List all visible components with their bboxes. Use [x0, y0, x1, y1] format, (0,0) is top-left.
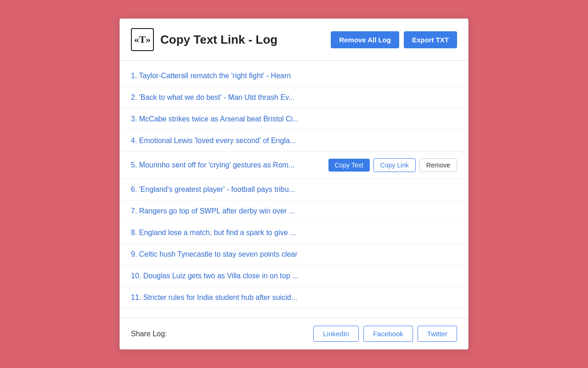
- list-item-text: 9. Celtic hush Tynecastle to stay seven …: [131, 250, 457, 259]
- copy-text-button[interactable]: Copy Text: [328, 159, 370, 172]
- list-item-text: 1. Taylor-Catterall rematch the 'right f…: [131, 72, 457, 80]
- twitter-button[interactable]: Twitter: [418, 326, 457, 342]
- list-item[interactable]: 11. Stricter rules for India student hub…: [120, 287, 468, 309]
- list-item-text: 4. Emotional Lewis 'loved every second' …: [131, 137, 457, 145]
- app-logo: «T»: [131, 28, 154, 51]
- list-item-text: 2. 'Back to what we do best' - Man Utd t…: [131, 93, 457, 102]
- modal-container: «T» Copy Text Link - Log Remove All Log …: [119, 18, 469, 350]
- list-item[interactable]: 2. 'Back to what we do best' - Man Utd t…: [120, 87, 468, 109]
- list-item-text: 3. McCabe strikes twice as Arsenal beat …: [131, 115, 457, 123]
- list-item-text: 7. Rangers go top of SWPL after derby wi…: [131, 207, 457, 215]
- list-item-text: 10. Douglas Luiz gets two as Villa close…: [131, 272, 457, 280]
- list-item[interactable]: 8. England lose a match, but find a spar…: [120, 222, 468, 244]
- page-title: Copy Text Link - Log: [160, 33, 324, 47]
- modal-footer: Share Log: LinkedIn Facebook Twitter: [120, 318, 468, 349]
- list-item[interactable]: 5. Mourinho sent off for 'crying' gestur…: [120, 152, 468, 179]
- facebook-button[interactable]: Facebook: [363, 326, 413, 342]
- export-txt-button[interactable]: Export TXT: [404, 31, 457, 48]
- list-item-text: 5. Mourinho sent off for 'crying' gestur…: [131, 161, 328, 169]
- list-item-actions: Copy TextCopy LinkRemove: [328, 158, 457, 172]
- copy-link-button[interactable]: Copy Link: [373, 158, 416, 172]
- list-item[interactable]: 10. Douglas Luiz gets two as Villa close…: [120, 265, 468, 287]
- log-list-container[interactable]: 1. Taylor-Catterall rematch the 'right f…: [120, 61, 468, 318]
- share-label: Share Log:: [131, 330, 306, 338]
- share-buttons: LinkedIn Facebook Twitter: [313, 326, 457, 342]
- list-item-text: 8. England lose a match, but find a spar…: [131, 229, 457, 237]
- list-item[interactable]: 7. Rangers go top of SWPL after derby wi…: [120, 201, 468, 222]
- remove-all-button[interactable]: Remove All Log: [331, 31, 399, 48]
- list-item-text: 11. Stricter rules for India student hub…: [131, 293, 457, 302]
- header-buttons: Remove All Log Export TXT: [331, 31, 457, 48]
- list-item[interactable]: 3. McCabe strikes twice as Arsenal beat …: [120, 109, 468, 130]
- list-item[interactable]: 9. Celtic hush Tynecastle to stay seven …: [120, 244, 468, 265]
- list-item-text: 6. 'England's greatest player' - footbal…: [131, 185, 457, 194]
- modal-header: «T» Copy Text Link - Log Remove All Log …: [120, 19, 468, 61]
- list-item[interactable]: 4. Emotional Lewis 'loved every second' …: [120, 130, 468, 152]
- list-item[interactable]: 6. 'England's greatest player' - footbal…: [120, 179, 468, 201]
- list-item[interactable]: 1. Taylor-Catterall rematch the 'right f…: [120, 65, 468, 87]
- linkedin-button[interactable]: LinkedIn: [313, 326, 359, 342]
- remove-item-button[interactable]: Remove: [419, 158, 457, 172]
